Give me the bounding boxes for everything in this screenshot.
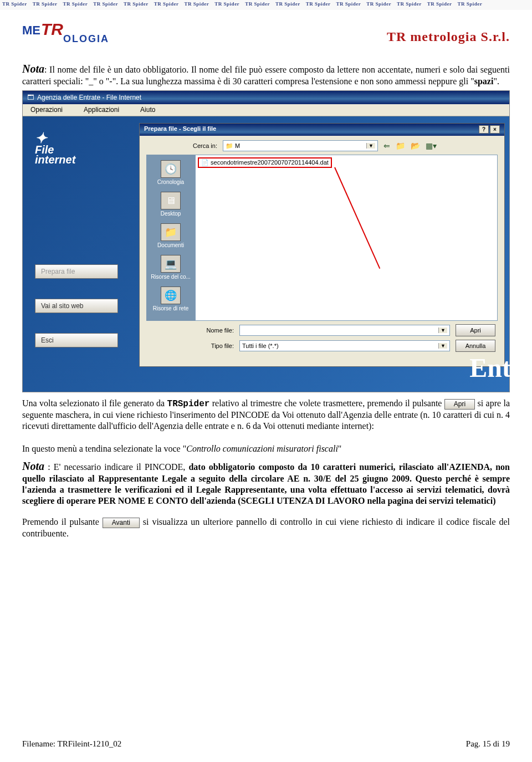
watermark-bar: TR SpiderTR SpiderTR SpiderTR SpiderTR S…: [0, 0, 532, 10]
chevron-down-icon[interactable]: ▼: [438, 328, 447, 333]
apri-button[interactable]: Apri: [456, 324, 495, 336]
file-dialog: Prepara file - Scegli il file ? × Cerca …: [139, 123, 505, 367]
annotation-line: [334, 167, 380, 269]
dialog-title: Prepara file - Scegli il file: [144, 125, 216, 134]
place-risorse-rete[interactable]: 🌐Risorse di rete: [149, 284, 193, 314]
history-icon: 🕓: [161, 160, 181, 178]
app-icon: 🗔: [27, 94, 34, 101]
nota-paragraph-1: Nota: Il nome del file è un dato obbliga…: [22, 62, 510, 87]
paragraph-3: Premendo il pulsante Avanti si visualizz…: [22, 516, 510, 539]
menu-aiuto[interactable]: Aiuto: [140, 106, 155, 114]
app-titlebar: 🗔 Agenzia delle Entrate - File Internet: [23, 91, 509, 104]
footer: Filename: TRFileint-1210_02 Pag. 15 di 1…: [22, 739, 510, 749]
nota-label: Nota: [22, 63, 44, 75]
annulla-button[interactable]: Annulla: [456, 340, 495, 352]
documents-icon: 📁: [161, 223, 181, 241]
place-cronologia[interactable]: 🕓Cronologia: [149, 158, 193, 187]
place-documenti[interactable]: 📁Documenti: [149, 221, 193, 250]
nome-file-label: Nome file:: [195, 327, 234, 334]
place-desktop[interactable]: 🖥Desktop: [149, 190, 193, 219]
nav-icons: ⇐ 📁 📂 ▦▾: [383, 141, 437, 150]
file-entry[interactable]: 📄 secondotrimestre200720070720114404.dat: [198, 157, 332, 168]
file-list[interactable]: 📄 secondotrimestre200720070720114404.dat: [195, 155, 498, 321]
computer-icon: 💻: [161, 255, 181, 273]
nota-label-2: Nota: [22, 460, 44, 472]
back-icon[interactable]: ⇐: [383, 141, 390, 150]
place-risorse-computer[interactable]: 💻Risorse del co...: [149, 253, 193, 282]
vai-al-sito-button[interactable]: Vai al sito web: [35, 299, 118, 313]
inline-avanti-button: Avanti: [103, 518, 140, 528]
close-button[interactable]: ×: [490, 125, 500, 134]
help-button[interactable]: ?: [479, 125, 489, 134]
inline-apri-button: Apri: [444, 399, 475, 410]
footer-filename: Filename: TRFileint-1210_02: [22, 739, 121, 749]
desktop-icon: 🖥: [161, 192, 181, 209]
cerca-in-label: Cerca in:: [186, 142, 217, 149]
app-menubar: Operazioni Applicazioni Aiuto: [23, 104, 509, 116]
chevron-down-icon[interactable]: ▼: [366, 143, 375, 149]
menu-applicazioni[interactable]: Applicazioni: [84, 106, 119, 114]
footer-page: Pag. 15 di 19: [466, 739, 510, 749]
paragraph-2: Una volta selezionato il file generato d…: [22, 398, 510, 432]
prepara-file-button[interactable]: Prepara file: [35, 264, 118, 279]
app-title: Agenzia delle Entrate - File Internet: [37, 94, 141, 101]
menu-instruction: In questo menù a tendina selezionate la …: [22, 444, 510, 454]
chevron-down-icon[interactable]: ▼: [438, 343, 447, 349]
background-ent-text: Ent: [469, 352, 511, 383]
up-folder-icon[interactable]: 📁: [396, 141, 405, 150]
file-internet-logo: ✦File internet: [35, 132, 118, 165]
tipo-file-combo[interactable]: Tutti i file (*.*)▼: [239, 340, 450, 351]
logo: ME TR OLOGIA: [22, 20, 122, 53]
application-screenshot: 🗔 Agenzia delle Entrate - File Internet …: [22, 90, 510, 392]
nome-file-combo[interactable]: ▼: [239, 325, 450, 336]
esci-button[interactable]: Esci: [35, 333, 118, 347]
nota-paragraph-2: Nota : E' necessario indicare il PINCODE…: [22, 459, 510, 507]
tipo-file-label: Tipo file:: [195, 342, 234, 349]
new-folder-icon[interactable]: 📂: [411, 141, 420, 150]
cerca-in-combo[interactable]: 📁 M▼: [223, 140, 378, 151]
company-header: TR metrologia S.r.l.: [387, 29, 510, 44]
places-bar: 🕓Cronologia 🖥Desktop 📁Documenti 💻Risorse…: [146, 155, 195, 321]
view-icon[interactable]: ▦▾: [426, 141, 437, 150]
network-icon: 🌐: [161, 287, 181, 304]
menu-operazioni[interactable]: Operazioni: [30, 106, 63, 114]
